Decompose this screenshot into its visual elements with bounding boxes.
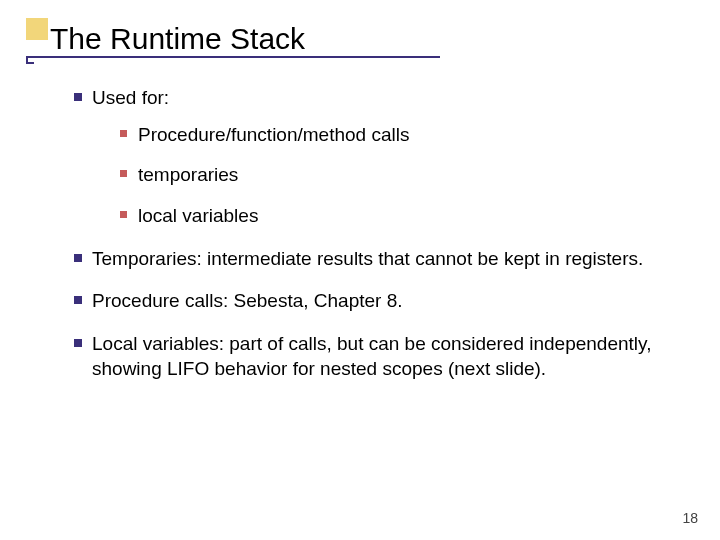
bullet-procedure-calls-ref: Procedure calls: Sebesta, Chapter 8. <box>74 289 666 314</box>
sub-bullet-local-variables: local variables <box>120 204 666 229</box>
bullet-text: Used for: <box>92 87 169 108</box>
page-number: 18 <box>682 510 698 526</box>
slide-title: The Runtime Stack <box>50 22 720 56</box>
title-accent-square <box>26 18 48 40</box>
bullet-local-variables-desc: Local variables: part of calls, but can … <box>74 332 666 381</box>
bullet-used-for: Used for: Procedure/function/method call… <box>74 86 666 229</box>
sub-bullet-group: Procedure/function/method calls temporar… <box>92 111 666 229</box>
title-underline-tick <box>26 58 34 64</box>
sub-bullet-procedure-calls: Procedure/function/method calls <box>120 123 666 148</box>
slide-body: Used for: Procedure/function/method call… <box>0 66 720 382</box>
title-underline <box>26 56 440 58</box>
sub-bullet-temporaries: temporaries <box>120 163 666 188</box>
bullet-temporaries-desc: Temporaries: intermediate results that c… <box>74 247 666 272</box>
title-area: The Runtime Stack <box>0 0 720 66</box>
